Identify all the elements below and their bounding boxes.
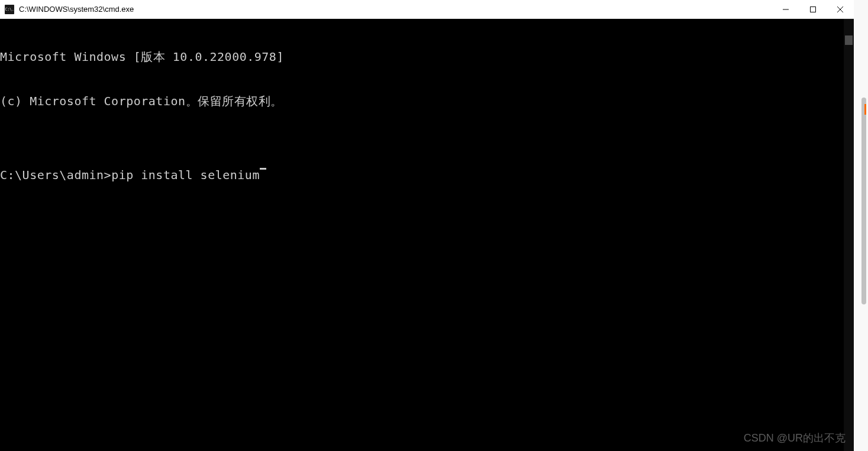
terminal-line: (c) Microsoft Corporation。保留所有权利。	[0, 94, 854, 109]
minimize-button[interactable]	[772, 0, 799, 19]
watermark: CSDN @UR的出不克	[744, 431, 846, 445]
command-input[interactable]: pip install selenium	[111, 168, 260, 183]
terminal-scrollbar-thumb[interactable]	[845, 35, 853, 45]
svg-rect-1	[811, 7, 816, 12]
terminal-scrollbar[interactable]	[844, 19, 854, 451]
titlebar[interactable]: C:\. C:\WINDOWS\system32\cmd.exe	[0, 0, 854, 19]
minimize-icon	[783, 7, 789, 12]
cmd-icon: C:\.	[5, 5, 14, 14]
window-controls	[772, 0, 854, 18]
window-title: C:\WINDOWS\system32\cmd.exe	[19, 5, 134, 14]
prompt: C:\Users\admin>	[0, 168, 111, 183]
maximize-icon	[810, 7, 816, 12]
terminal-body[interactable]: Microsoft Windows [版本 10.0.22000.978] (c…	[0, 19, 854, 451]
page-scrollbar-marker	[864, 104, 866, 115]
page-scrollbar[interactable]	[854, 0, 868, 451]
maximize-button[interactable]	[799, 0, 827, 19]
titlebar-left: C:\. C:\WINDOWS\system32\cmd.exe	[0, 5, 134, 14]
prompt-line: C:\Users\admin>pip install selenium	[0, 168, 854, 183]
cursor	[260, 168, 266, 170]
close-button[interactable]	[827, 0, 854, 19]
cmd-window: C:\. C:\WINDOWS\system32\cmd.exe	[0, 0, 854, 451]
terminal-content: Microsoft Windows [版本 10.0.22000.978] (c…	[0, 19, 854, 212]
terminal-line: Microsoft Windows [版本 10.0.22000.978]	[0, 50, 854, 64]
cmd-icon-text: C:\.	[5, 7, 14, 12]
close-icon	[837, 7, 843, 12]
page-scrollbar-thumb[interactable]	[861, 98, 866, 304]
